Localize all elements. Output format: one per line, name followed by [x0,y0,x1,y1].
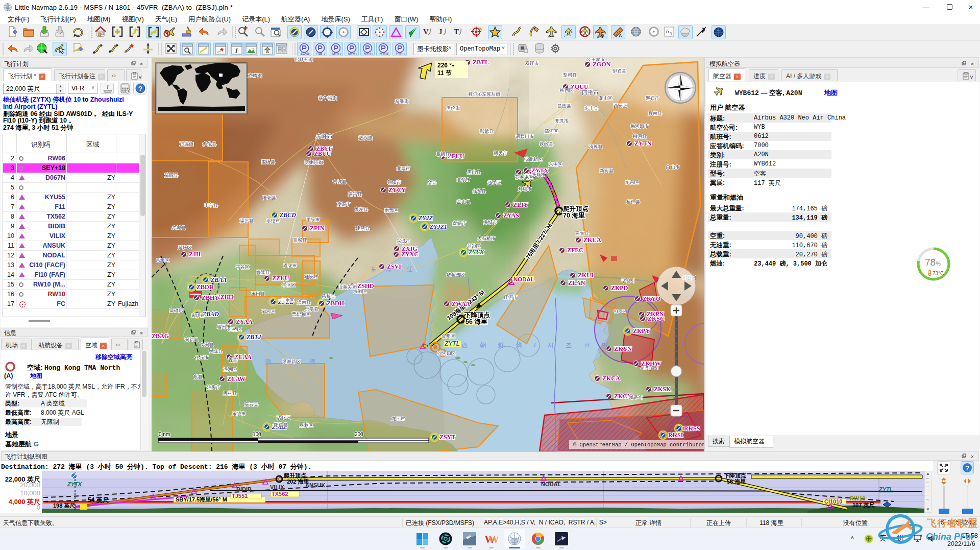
svg-text:안주시: 안주시 [614,309,627,314]
svg-text:滦平县: 滦平县 [239,218,254,223]
svg-text:乐陵市: 乐陵市 [232,411,246,416]
svg-text:ZKSK: ZKSK [654,386,671,393]
svg-text:ZPIN: ZPIN [310,225,325,232]
svg-text:海城市: 海城市 [483,220,497,225]
svg-text:?: ? [138,85,142,92]
svg-text:黑山县: 黑山县 [467,170,481,175]
svg-text:107 英尺: 107 英尺 [852,502,875,508]
svg-text:© OpenStreetMap / OpenTopoMap: © OpenStreetMap / OpenTopoMap contributo… [573,442,704,448]
svg-text:南票区: 南票区 [384,208,398,213]
svg-text:喀喇沁旗: 喀喇沁旗 [305,160,323,165]
svg-text:3: 3 [669,32,672,36]
svg-text:ZBDH: ZBDH [327,300,345,307]
svg-text:ZSVI: ZSVI [387,263,401,270]
svg-text:56 海里: 56 海里 [727,479,746,485]
svg-text:V: V [423,28,429,36]
svg-text:老边区: 老边区 [467,244,481,249]
svg-text:铁岭县: 铁岭县 [539,141,553,147]
svg-text:MYM: MYM [348,52,355,55]
svg-text:平谷区: 平谷区 [236,265,250,270]
svg-text:奈曼旗: 奈曼旗 [395,99,409,104]
svg-text:SBY/17.5海里/56° M: SBY/17.5海里/56° M [176,496,227,503]
svg-text:西安区: 西安区 [614,103,627,108]
svg-text:西 朝 鲜 湾 / 서 조 선 만: 西 朝 鲜 湾 / 서 조 선 만 [462,342,613,349]
svg-text:平泉市: 平泉市 [306,217,320,222]
svg-text:P1B: P1B [316,52,322,55]
svg-text:遵化市: 遵化市 [283,263,297,268]
svg-text:磐石市: 磐石市 [646,95,659,101]
svg-text:龙口市: 龙口市 [391,416,405,421]
svg-text:沾化区: 沾化区 [276,415,290,420]
svg-text:예주시: 예주시 [629,395,643,400]
svg-text:CI1010: CI1010 [824,498,842,505]
svg-text:73°C: 73°C [933,271,944,276]
svg-text:盘锦市: 盘锦市 [453,221,467,226]
svg-text:ZCAW: ZCAW [227,375,246,382]
svg-text:霸州市: 霸州市 [217,324,231,329]
svg-text:垦利区: 垦利区 [300,423,313,428]
svg-text:ZBCD: ZBCD [279,211,296,219]
svg-text:玉田县: 玉田县 [251,291,265,296]
svg-text:ZSYT: ZSYT [439,434,455,441]
svg-text:大石桥市: 大石桥市 [477,236,496,241]
svg-text:ZBHY: ZBHY [202,294,219,301]
svg-text:ZBTL: ZBTL [473,59,489,66]
svg-text:庆云县: 庆云县 [244,402,258,407]
svg-text:兴隆县: 兴隆县 [256,270,270,275]
svg-text:科尔沁左翼后旗: 科尔沁左翼后旗 [468,91,500,97]
svg-text:新民市: 新民市 [494,151,507,156]
svg-text:ZYJZ: ZYJZ [418,214,433,222]
svg-text:承德市: 承德市 [266,218,280,223]
svg-text:赤城县: 赤城县 [172,225,186,230]
svg-text:昌平区: 昌平区 [156,258,169,263]
svg-text:沙河口区: 沙河口区 [437,351,456,356]
svg-text:198 英尺: 198 英尺 [53,503,76,509]
svg-text:宽甸县: 宽甸县 [575,231,589,236]
svg-text:灯塔市: 灯塔市 [518,186,532,192]
svg-text:孟村县: 孟村县 [223,391,237,396]
svg-text:ZYTX: ZYTX [67,481,82,487]
svg-text:昌图县: 昌图县 [557,103,571,108]
svg-text:ZKSC: ZKSC [648,315,665,322]
svg-text:ZYTL: ZYTL [878,486,893,492]
svg-text:清原县: 清原县 [589,144,603,149]
svg-text:56 海里: 56 海里 [465,318,487,325]
svg-text:6: 6 [666,28,669,34]
svg-text:抚顺市: 抚顺市 [532,172,546,177]
svg-text:ZYTL: ZYTL [444,340,460,347]
svg-text:RW10: RW10 [850,495,865,501]
svg-text:东昌区: 东昌区 [625,180,639,185]
svg-text:MYH: MYH [364,52,371,55]
svg-text:北票市: 北票市 [397,166,410,171]
svg-text:TX562: TX562 [272,491,288,497]
svg-text:A: A [619,33,622,38]
svg-text:滦南县: 滦南县 [297,300,311,305]
svg-text:ZZUU: ZZUU [272,275,289,282]
svg-text:ZYCY: ZYCY [388,186,406,194]
svg-text:ZKPD: ZKPD [611,284,628,292]
svg-text:围场县: 围场县 [261,159,275,164]
svg-text:ZYJZ1: ZYJZ1 [429,223,447,230]
svg-text:ZYAA: ZYAA [236,318,253,325]
svg-text:北镇市: 北镇市 [457,177,471,182]
svg-text:台安县: 台安县 [472,188,486,194]
svg-text:辽中区: 辽中区 [487,180,501,185]
svg-text:BIDIB: BIDIB [236,486,252,492]
svg-text:ZBAA: ZBAA [210,276,227,283]
svg-text:ZKYN: ZKYN [614,345,632,352]
svg-text:白山市: 白山市 [666,164,680,170]
svg-text:W: W [488,533,498,545]
svg-text:丰宁县: 丰宁县 [204,203,218,208]
svg-text:盘山县: 盘山县 [457,199,471,204]
svg-text:任丘市: 任丘市 [194,355,209,360]
svg-text:宽城县: 宽城县 [293,237,307,243]
svg-text:龙山区: 龙山区 [599,95,612,101]
svg-text:建平县: 建平县 [348,192,362,197]
svg-text:调兵山市: 调兵山市 [516,134,534,139]
svg-text:曹妃甸区: 曹妃甸区 [291,312,310,317]
svg-text:新宾县: 新宾县 [600,168,614,173]
svg-text:正蓝旗: 正蓝旗 [179,141,193,147]
svg-text:双辽市: 双辽市 [525,61,539,66]
svg-text:苏家屯区: 苏家屯区 [515,175,533,180]
svg-text:PYR: PYR [396,52,403,55]
